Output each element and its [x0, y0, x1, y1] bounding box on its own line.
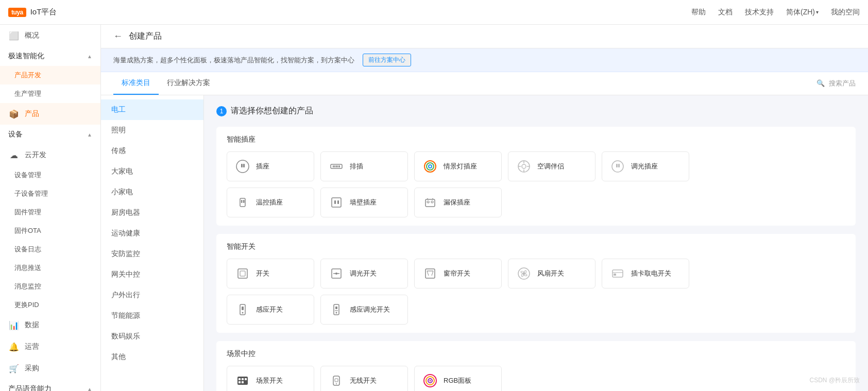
- sidebar-item-product-dev[interactable]: 产品开发: [0, 66, 100, 84]
- product-card-scene-light-socket[interactable]: 情景灯插座: [414, 151, 502, 181]
- search-product-area[interactable]: 🔍 搜索产品: [816, 79, 856, 88]
- product-card-temp-socket[interactable]: 温控插座: [227, 188, 314, 217]
- svg-rect-33: [240, 271, 245, 276]
- svg-point-13: [522, 164, 526, 168]
- category-item-outdoor[interactable]: 户外出行: [101, 285, 203, 305]
- group-title-socket: 智能插座: [227, 135, 845, 144]
- svg-point-29: [431, 201, 433, 203]
- sidebar-item-change-pid[interactable]: 更换PID: [0, 296, 100, 314]
- sensor-dimmer-switch-label: 感应调光开关: [350, 305, 390, 314]
- category-item-major-appliance[interactable]: 大家电: [101, 161, 203, 182]
- switch-label: 开关: [256, 269, 269, 278]
- sidebar-group-device[interactable]: 设备 ▲: [0, 125, 100, 144]
- category-item-health[interactable]: 运动健康: [101, 223, 203, 244]
- category-item-gateway[interactable]: 网关中控: [101, 264, 203, 285]
- main-container: ⬜ 概况 极速智能化 ▲ 产品开发 生产管理 📦 产品 设备 ▲ ☁ 云开发 设…: [0, 25, 868, 391]
- temp-socket-icon: [234, 194, 251, 211]
- power-strip-label: 排插: [350, 162, 363, 171]
- help-link[interactable]: 帮助: [691, 8, 706, 17]
- page-title: 创建产品: [129, 31, 162, 42]
- platform-text: IoT平台: [30, 7, 57, 17]
- category-item-energy[interactable]: 节能能源: [101, 305, 203, 326]
- product-card-ac-companion[interactable]: 空调伴侣: [508, 151, 595, 181]
- docs-link[interactable]: 文档: [718, 8, 733, 17]
- product-card-wireless-switch[interactable]: 无线开关: [320, 366, 408, 391]
- product-card-switch[interactable]: 开关: [227, 259, 314, 288]
- product-card-leakage-socket[interactable]: 漏保插座: [414, 188, 502, 217]
- product-card-curtain-switch[interactable]: 窗帘开关: [414, 259, 502, 288]
- support-link[interactable]: 技术支持: [745, 8, 774, 17]
- banner-btn[interactable]: 前往方案中心: [363, 54, 411, 66]
- product-card-wall-socket[interactable]: 墙壁插座: [320, 188, 408, 217]
- sidebar-group-rapid[interactable]: 极速智能化 ▲: [0, 46, 100, 66]
- dimmer-switch-label: 调光开关: [350, 269, 377, 278]
- svg-rect-5: [334, 165, 335, 167]
- watermark: CSDN @矜辰所致: [809, 376, 860, 385]
- product-card-scene-switch[interactable]: 场景开关: [227, 366, 314, 391]
- tab-standard[interactable]: 标准类目: [113, 72, 159, 95]
- my-space-link[interactable]: 我的空间: [831, 8, 860, 17]
- language-selector[interactable]: 简体(ZH): [786, 8, 819, 17]
- category-item-small-appliance[interactable]: 小家电: [101, 182, 203, 202]
- product-card-rgb-panel[interactable]: RGB面板: [414, 366, 502, 391]
- purchase-icon: 🛒: [8, 363, 20, 374]
- svg-rect-27: [426, 199, 435, 207]
- product-cards-socket-row1: 插座: [227, 151, 845, 181]
- svg-rect-54: [239, 378, 241, 380]
- category-item-kitchen[interactable]: 厨房电器: [101, 202, 203, 223]
- svg-rect-53: [237, 377, 248, 385]
- svg-rect-58: [242, 381, 244, 383]
- sidebar-item-firmware-ota[interactable]: 固件OTA: [0, 222, 100, 240]
- sidebar-item-sub-device[interactable]: 子设备管理: [0, 184, 100, 203]
- category-item-electric[interactable]: 电工: [101, 99, 203, 120]
- product-card-fan-switch[interactable]: 风扇开关: [508, 259, 595, 288]
- dimmer-switch-icon: [328, 265, 345, 282]
- sidebar-item-production-mgmt[interactable]: 生产管理: [0, 84, 100, 103]
- category-sidebar: 电工 照明 传感 大家电 小家电 厨房电器 运动健康 安防监控 网关中控 户外出…: [101, 95, 204, 391]
- product-card-sensor-dimmer-switch[interactable]: 感应调光开关: [320, 295, 408, 325]
- svg-rect-19: [616, 164, 618, 167]
- category-item-lighting[interactable]: 照明: [101, 120, 203, 141]
- category-item-sensor[interactable]: 传感: [101, 141, 203, 161]
- wireless-switch-icon: [328, 372, 345, 389]
- product-cards-socket-row2: 温控插座 墙壁插座: [227, 188, 845, 217]
- fan-switch-label: 风扇开关: [537, 269, 564, 278]
- sidebar-item-msg-monitor[interactable]: 消息监控: [0, 277, 100, 296]
- card-switch-icon: [609, 265, 626, 282]
- product-card-card-switch[interactable]: 插卡取电开关: [602, 259, 689, 288]
- sidebar-item-device-log[interactable]: 设备日志: [0, 240, 100, 259]
- tab-industry[interactable]: 行业解决方案: [159, 72, 218, 95]
- product-card-socket[interactable]: 插座: [227, 151, 314, 181]
- sidebar-item-purchase[interactable]: 🛒 采购: [0, 358, 100, 379]
- sidebar-item-product[interactable]: 📦 产品: [0, 103, 100, 125]
- sidebar-item-msg-push[interactable]: 消息推送: [0, 259, 100, 277]
- chevron-up-icon2: ▲: [87, 132, 92, 138]
- category-item-other[interactable]: 其他: [101, 347, 203, 367]
- product-card-power-strip[interactable]: 排插: [320, 151, 408, 181]
- svg-rect-37: [426, 269, 435, 278]
- curtain-switch-label: 窗帘开关: [444, 269, 470, 278]
- product-grid-area: 1 请选择你想创建的产品 智能插座: [204, 95, 868, 391]
- sidebar-item-ops[interactable]: 🔔 运营: [0, 336, 100, 358]
- sidebar-item-firmware-mgmt[interactable]: 固件管理: [0, 203, 100, 222]
- sensor-dimmer-switch-icon: [328, 301, 345, 318]
- sidebar-item-device-mgmt[interactable]: 设备管理: [0, 166, 100, 184]
- wall-socket-label: 墙壁插座: [350, 198, 377, 207]
- svg-rect-25: [334, 200, 336, 204]
- product-card-sensor-switch[interactable]: 感应开关: [227, 295, 314, 325]
- product-cards-switch-row1: 开关 调光开关: [227, 259, 845, 288]
- sidebar-item-data[interactable]: 📊 数据: [0, 314, 100, 336]
- scene-light-socket-icon: [422, 158, 438, 175]
- back-button[interactable]: ←: [113, 31, 123, 42]
- svg-line-40: [432, 271, 433, 276]
- sidebar-group-voice[interactable]: 产品语音能力 ▲: [0, 379, 100, 391]
- sidebar-item-overview[interactable]: ⬜ 概况: [0, 25, 100, 46]
- category-item-digital[interactable]: 数码娱乐: [101, 326, 203, 347]
- product-card-dimmer-switch[interactable]: 调光开关: [320, 259, 408, 288]
- product-card-dimmer-socket[interactable]: 调光插座: [602, 151, 689, 181]
- svg-point-28: [427, 201, 429, 203]
- dimmer-socket-label: 调光插座: [631, 162, 658, 171]
- category-item-security[interactable]: 安防监控: [101, 244, 203, 264]
- sidebar-item-cloud[interactable]: ☁ 云开发: [0, 144, 100, 166]
- banner: 海量成熟方案，超多个性化面板，极速落地产品智能化，找智能方案，到方案中心 前往方…: [101, 48, 868, 72]
